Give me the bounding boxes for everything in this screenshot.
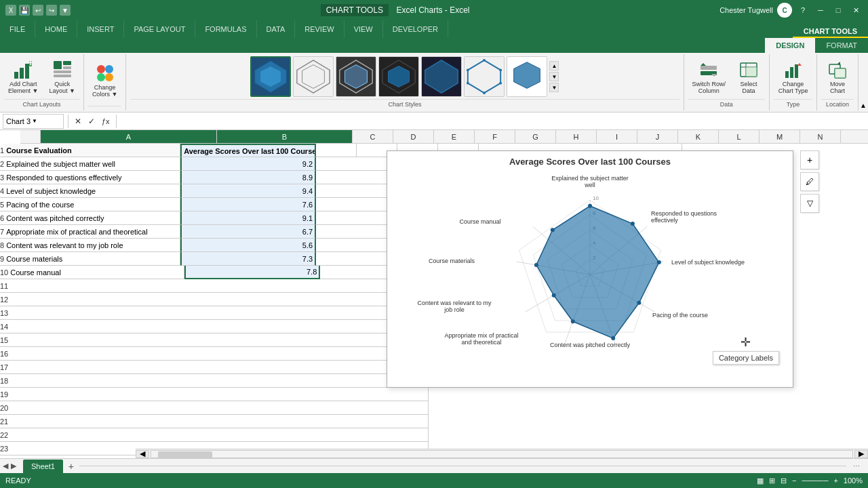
cell-A8[interactable]: Content was relevant to my job role xyxy=(4,239,180,252)
col-D[interactable]: D xyxy=(393,130,434,143)
cell-B2[interactable]: 9.2 xyxy=(180,157,316,171)
cell-A7[interactable]: Appropriate mix of practical and theoret… xyxy=(4,225,180,239)
cell-rest-12[interactable] xyxy=(8,293,429,306)
row-14-hdr[interactable]: 14 xyxy=(0,320,8,333)
cell-A9[interactable]: Course materials xyxy=(4,252,180,266)
redo-icon[interactable]: ↪ xyxy=(46,5,57,16)
customize-icon[interactable]: ▼ xyxy=(60,5,71,16)
row-23-hdr[interactable]: 23 xyxy=(0,442,8,455)
col-G[interactable]: G xyxy=(515,130,556,143)
sheet-options-btn[interactable]: ⋯ xyxy=(848,462,865,470)
row-15-hdr[interactable]: 15 xyxy=(0,333,8,347)
name-box-dropdown[interactable]: ▼ xyxy=(32,118,37,124)
insert-function-btn[interactable]: ƒx xyxy=(100,117,112,125)
view-layout-icon[interactable]: ⊞ xyxy=(769,476,775,485)
cell-rest-19[interactable] xyxy=(8,388,429,401)
chart-style-3[interactable] xyxy=(336,56,376,97)
col-N[interactable]: N xyxy=(800,130,841,143)
cell-rest-16[interactable] xyxy=(8,347,429,361)
move-chart-btn[interactable]: MoveChart xyxy=(821,57,854,96)
add-sheet-btn[interactable]: + xyxy=(64,460,78,473)
chart-container[interactable]: Average Scores Over last 100 Courses xyxy=(387,150,793,388)
tab-insert[interactable]: INSERT xyxy=(77,20,124,38)
row-22-hdr[interactable]: 22 xyxy=(0,428,8,442)
cell-A1[interactable]: Course Evaluation xyxy=(4,144,180,157)
cell-C1[interactable] xyxy=(316,144,357,157)
cell-B7[interactable]: 6.7 xyxy=(180,225,316,239)
tab-formulas[interactable]: FORMULAS xyxy=(195,20,256,38)
cell-rest-15[interactable] xyxy=(8,333,429,347)
horizontal-scroll[interactable]: ◀ ▶ xyxy=(136,449,868,458)
quick-layout-btn[interactable]: QuickLayout ▼ xyxy=(45,57,79,96)
confirm-formula-btn[interactable]: ✓ xyxy=(86,117,97,126)
view-page-icon[interactable]: ⊟ xyxy=(781,476,787,485)
tab-format[interactable]: FORMAT xyxy=(815,38,868,53)
scroll-up[interactable]: ▲ xyxy=(549,61,559,70)
cell-rest-22[interactable] xyxy=(8,428,429,442)
hscroll-right[interactable]: ▶ xyxy=(854,450,868,458)
save-icon[interactable]: 💾 xyxy=(19,5,30,16)
ribbon-collapse[interactable]: ▲ xyxy=(859,54,868,110)
cell-A10[interactable]: Course manual xyxy=(8,266,184,279)
chart-style-1-active[interactable] xyxy=(250,56,291,97)
name-box[interactable]: Chart 3 ▼ xyxy=(3,114,64,129)
switch-row-col-btn[interactable]: Switch Row/ Column xyxy=(688,57,730,96)
chart-style-5[interactable] xyxy=(421,56,462,97)
cell-rest-18[interactable] xyxy=(8,374,429,388)
help-btn[interactable]: ? xyxy=(796,3,810,17)
cell-A6[interactable]: Content was pitched correctly xyxy=(4,211,180,225)
chart-style-scroll[interactable]: ▲ ▼ ▼ xyxy=(549,61,559,92)
col-B[interactable]: B xyxy=(217,130,353,143)
cell-B8[interactable]: 5.6 xyxy=(180,239,316,252)
chart-style-4[interactable] xyxy=(378,56,419,97)
chart-style-2[interactable] xyxy=(293,56,334,97)
cell-rest-14[interactable] xyxy=(8,320,429,333)
col-J[interactable]: J xyxy=(637,130,678,143)
restore-btn[interactable]: □ xyxy=(831,3,845,17)
cell-B6[interactable]: 9.1 xyxy=(180,211,316,225)
tab-developer[interactable]: DEVELOPER xyxy=(383,20,448,38)
row-16-hdr[interactable]: 16 xyxy=(0,347,8,361)
col-L[interactable]: L xyxy=(719,130,760,143)
chart-style-7[interactable] xyxy=(507,56,547,97)
cell-B10[interactable]: 7.8 xyxy=(184,266,320,279)
hscroll-thumb[interactable] xyxy=(158,451,212,458)
col-C[interactable]: C xyxy=(353,130,393,143)
chart-elements-btn[interactable]: + xyxy=(800,150,819,169)
tab-data[interactable]: DATA xyxy=(257,20,296,38)
cell-B3[interactable]: 8.9 xyxy=(180,171,316,184)
hscroll-track[interactable] xyxy=(151,450,853,458)
prev-sheet-btn[interactable]: ◀ xyxy=(3,462,8,470)
scroll-mid[interactable]: ▼ xyxy=(549,72,559,81)
row-20-hdr[interactable]: 20 xyxy=(0,401,8,415)
chart-style-6[interactable] xyxy=(464,56,505,97)
col-K[interactable]: K xyxy=(678,130,719,143)
cell-A5[interactable]: Pacing of the course xyxy=(4,198,180,211)
change-colors-btn[interactable]: ChangeColors ▼ xyxy=(88,60,121,100)
cancel-formula-btn[interactable]: ✕ xyxy=(73,117,83,126)
zoom-slider[interactable]: ───── xyxy=(802,476,828,485)
formula-input[interactable] xyxy=(121,114,865,129)
sheet-tab-sheet1[interactable]: Sheet1 xyxy=(23,460,63,473)
next-sheet-btn[interactable]: ▶ xyxy=(11,462,16,470)
cell-rest-20[interactable] xyxy=(8,401,429,415)
zoom-in-btn[interactable]: + xyxy=(833,476,837,485)
undo-icon[interactable]: ↩ xyxy=(33,5,43,16)
cell-rest-13[interactable] xyxy=(8,306,429,320)
col-E[interactable]: E xyxy=(434,130,475,143)
col-I[interactable]: I xyxy=(597,130,637,143)
tab-file[interactable]: FILE xyxy=(0,20,35,38)
minimize-btn[interactable]: ─ xyxy=(814,3,827,17)
row-19-hdr[interactable]: 19 xyxy=(0,388,8,401)
row-13-hdr[interactable]: 13 xyxy=(0,306,8,320)
change-chart-type-btn[interactable]: Change Chart Type xyxy=(774,57,812,96)
col-F[interactable]: F xyxy=(475,130,515,143)
col-H[interactable]: H xyxy=(556,130,597,143)
cell-rest-11[interactable] xyxy=(8,279,429,293)
tab-home[interactable]: HOME xyxy=(35,20,77,38)
tab-review[interactable]: REVIEW xyxy=(295,20,344,38)
row-21-hdr[interactable]: 21 xyxy=(0,415,8,428)
chart-filters-btn[interactable]: ▽ xyxy=(800,194,819,213)
tab-design[interactable]: DESIGN xyxy=(765,38,815,53)
chart-styles-btn[interactable]: 🖊 xyxy=(800,172,819,191)
